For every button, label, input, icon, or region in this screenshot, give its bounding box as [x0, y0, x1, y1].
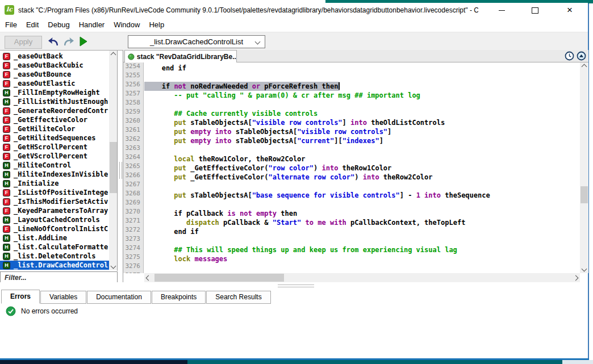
- filter-input[interactable]: [1, 272, 117, 283]
- sidebar-item[interactable]: F_easeOutBounce: [0, 70, 109, 79]
- code-line[interactable]: put empty into sTableObjectsA["visible r…: [144, 126, 580, 135]
- close-button[interactable]: ×: [557, 3, 582, 18]
- code-viewport: 3254325532563257325832593260326132623263…: [123, 62, 588, 273]
- function-icon: F: [3, 144, 10, 151]
- code-line[interactable]: end if: [144, 62, 580, 72]
- tab-breakpoints[interactable]: Breakpoints: [152, 291, 206, 304]
- sidebar-item[interactable]: F_GetHilitedSequences: [0, 133, 109, 143]
- code-line[interactable]: [144, 235, 580, 244]
- code-line[interactable]: put _GetEffectiveColor("row color") into…: [144, 162, 580, 171]
- handler-list: F_easeOutBackF_easeOutBackCubicF_easeOut…: [0, 52, 109, 270]
- handler-list-scrollbar[interactable]: [109, 51, 118, 270]
- scrollbar-thumb[interactable]: [581, 186, 588, 203]
- sidebar-item[interactable]: H_list.DrawCachedControl: [0, 261, 109, 270]
- apply-button[interactable]: Apply: [5, 36, 42, 49]
- sidebar-item[interactable]: H_list.DeleteControls: [0, 252, 109, 261]
- desktop-edge-navy: [0, 360, 187, 364]
- handler-icon: H: [3, 171, 10, 178]
- code-line[interactable]: put _GetEffectiveColor("alternate row co…: [144, 171, 580, 181]
- tab-variables[interactable]: Variables: [40, 291, 86, 304]
- sidebar-item[interactable]: F_easeOutElastic: [0, 79, 109, 88]
- code-line[interactable]: [144, 99, 580, 108]
- sidebar-item[interactable]: F_GetHScrollPercent: [0, 143, 109, 152]
- tab-errors[interactable]: Errors: [1, 290, 40, 304]
- code-line[interactable]: ## This will speed things up and keep us…: [144, 244, 580, 253]
- sidebar-item[interactable]: H_FillListWithJustEnough: [0, 97, 109, 106]
- horizontal-scrollbar[interactable]: [144, 273, 580, 282]
- code-line[interactable]: if pCallback is not empty then: [144, 208, 580, 217]
- code-line[interactable]: [144, 199, 580, 208]
- handler-selector[interactable]: _list.DrawCachedControlList: [128, 35, 265, 48]
- sidebar-item[interactable]: F_easeOutBackCubic: [0, 61, 109, 70]
- sidebar-item-label: _LayoutCachedControls: [14, 216, 100, 224]
- function-icon: F: [3, 207, 10, 215]
- vertical-scrollbar[interactable]: [580, 62, 588, 273]
- history-button[interactable]: [565, 51, 575, 61]
- menu-item-handler[interactable]: Handler: [74, 18, 110, 32]
- code-line[interactable]: lock messages: [144, 253, 580, 262]
- sidebar-item[interactable]: F_GetVScrollPercent: [0, 152, 109, 161]
- sidebar-item-label: _GetHilitedSequences: [14, 134, 96, 142]
- sidebar-item[interactable]: F_easeOutBack: [0, 52, 109, 61]
- scrollbar-thumb[interactable]: [154, 274, 284, 282]
- redo-button[interactable]: [62, 35, 76, 48]
- maximize-button[interactable]: [523, 3, 548, 18]
- code-line[interactable]: ## Cache currently visible controls: [144, 108, 580, 117]
- code-line[interactable]: -- put "calling " & param(0) & cr after …: [144, 90, 580, 99]
- menu-item-window[interactable]: Window: [109, 18, 144, 32]
- editor-tabbar: stack "RevDataGridLibraryBe...: [123, 50, 588, 62]
- sidebar-item-label: _list.AddLine: [14, 234, 67, 242]
- sidebar-item[interactable]: H_LayoutCachedControls: [0, 215, 109, 224]
- run-button[interactable]: [77, 35, 90, 48]
- sidebar-item[interactable]: F_KeyedParametersToArray: [0, 206, 109, 215]
- menu-item-debug[interactable]: Debug: [43, 18, 74, 32]
- collapse-button[interactable]: [577, 51, 587, 61]
- code-line[interactable]: [144, 144, 580, 153]
- code-line[interactable]: [144, 262, 580, 271]
- code-line[interactable]: dispatch pCallback & "Start" to me with …: [144, 217, 580, 226]
- code-line[interactable]: put sTableObjectsA["base sequence for vi…: [144, 190, 580, 199]
- sidebar-item[interactable]: H_HiliteIndexesInVisible: [0, 170, 109, 179]
- scrollbar-thumb[interactable]: [110, 142, 117, 193]
- vertical-splitter[interactable]: [118, 51, 123, 271]
- function-icon: F: [3, 135, 10, 142]
- scroll-up-icon[interactable]: [580, 62, 588, 71]
- scroll-left-icon[interactable]: [144, 273, 153, 282]
- code-line[interactable]: [144, 72, 580, 81]
- sidebar-item[interactable]: F_GenerateReorderedContr: [0, 106, 109, 115]
- scroll-up-icon[interactable]: [109, 51, 118, 59]
- sidebar-item[interactable]: F_GetHiliteColor: [0, 124, 109, 133]
- sidebar-item[interactable]: F_IsListOfPositiveIntege: [0, 188, 109, 197]
- menu-item-edit[interactable]: Edit: [22, 18, 43, 32]
- scroll-down-icon[interactable]: [109, 262, 118, 270]
- sidebar-item[interactable]: H_HiliteControl: [0, 161, 109, 170]
- line-number: 3267: [123, 181, 143, 190]
- code-area[interactable]: end if if not noRedrawNeeded or pForceRe…: [144, 62, 580, 273]
- code-line[interactable]: put sTableObjectsA["visible row controls…: [144, 117, 580, 126]
- code-line[interactable]: if not noRedrawNeeded or pForceRefresh t…: [144, 81, 580, 90]
- redo-icon: [62, 36, 75, 47]
- function-icon: F: [3, 53, 10, 60]
- sidebar-item[interactable]: H_list.AddLine: [0, 233, 109, 242]
- code-line[interactable]: [144, 181, 580, 190]
- sidebar-item[interactable]: F_GetEffectiveColor: [0, 115, 109, 124]
- sidebar-item[interactable]: H_FillInEmptyRowHeight: [0, 88, 109, 97]
- sidebar-item[interactable]: F_LineNoOfControlInListC: [0, 224, 109, 233]
- menu-item-file[interactable]: File: [0, 18, 22, 32]
- editor-tab[interactable]: stack "RevDataGridLibraryBe...: [124, 50, 237, 62]
- scroll-down-icon[interactable]: [580, 265, 588, 273]
- code-line[interactable]: local theRow1Color, theRow2Color: [144, 153, 580, 162]
- code-line[interactable]: put empty into sTableObjectsA["current"]…: [144, 135, 580, 144]
- scroll-right-icon[interactable]: [571, 273, 580, 282]
- tab-documentation[interactable]: Documentation: [87, 291, 151, 304]
- code-line[interactable]: end if: [144, 226, 580, 235]
- tab-search-results[interactable]: Search Results: [206, 291, 270, 304]
- handler-icon: H: [3, 180, 10, 187]
- undo-button[interactable]: [47, 35, 60, 48]
- sidebar-item[interactable]: H_list.CalculateFormatte: [0, 242, 109, 252]
- sidebar-item[interactable]: F_IsThisModifierSetActiv: [0, 197, 109, 206]
- menu-item-help[interactable]: Help: [144, 18, 169, 32]
- minimize-button[interactable]: [489, 3, 514, 18]
- sidebar-item[interactable]: H_Initialize: [0, 179, 109, 188]
- horizontal-splitter[interactable]: [0, 282, 588, 290]
